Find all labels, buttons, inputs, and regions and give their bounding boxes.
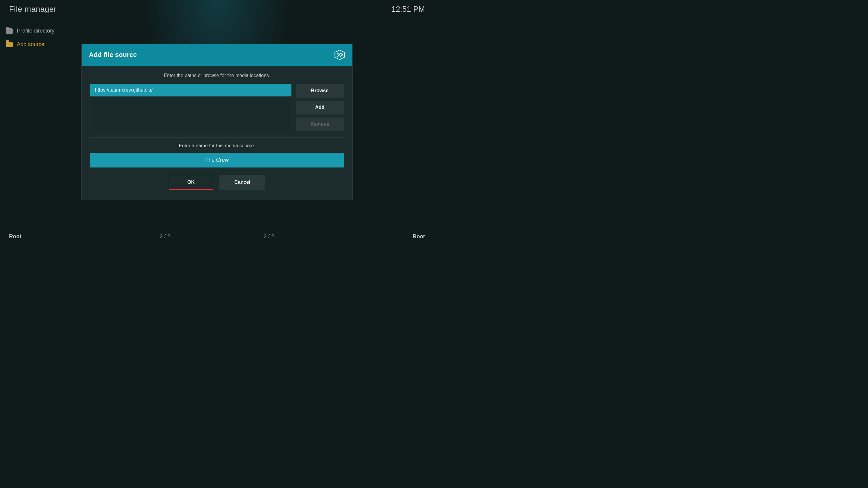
add-button[interactable]: Add	[296, 101, 344, 115]
url-row: Browse Add Remove	[90, 84, 344, 131]
side-buttons: Browse Add Remove	[296, 84, 344, 131]
browse-button[interactable]: Browse	[296, 84, 344, 98]
remove-button[interactable]: Remove	[296, 118, 344, 131]
add-file-source-dialog: Add file source Enter the paths or brows…	[82, 44, 352, 200]
kodi-logo	[334, 50, 345, 60]
dialog-title: Add file source	[89, 51, 137, 59]
paths-instruction: Enter the paths or browse for the media …	[90, 73, 344, 78]
url-input[interactable]	[90, 84, 291, 96]
name-input[interactable]	[90, 153, 344, 167]
svg-line-3	[340, 53, 343, 55]
svg-line-2	[337, 55, 340, 57]
divider	[90, 137, 344, 138]
url-area	[90, 84, 291, 131]
url-list-area	[90, 96, 291, 131]
cancel-button[interactable]: Cancel	[219, 175, 265, 190]
dialog-body: Enter the paths or browse for the media …	[82, 66, 352, 200]
svg-line-1	[337, 53, 340, 55]
name-instruction: Enter a name for this media source.	[90, 143, 344, 149]
action-buttons: OK Cancel	[90, 175, 344, 190]
modal-overlay: Add file source Enter the paths or brows…	[0, 0, 434, 244]
ok-button[interactable]: OK	[169, 175, 213, 190]
dialog-header: Add file source	[82, 44, 352, 66]
svg-line-4	[340, 55, 343, 57]
